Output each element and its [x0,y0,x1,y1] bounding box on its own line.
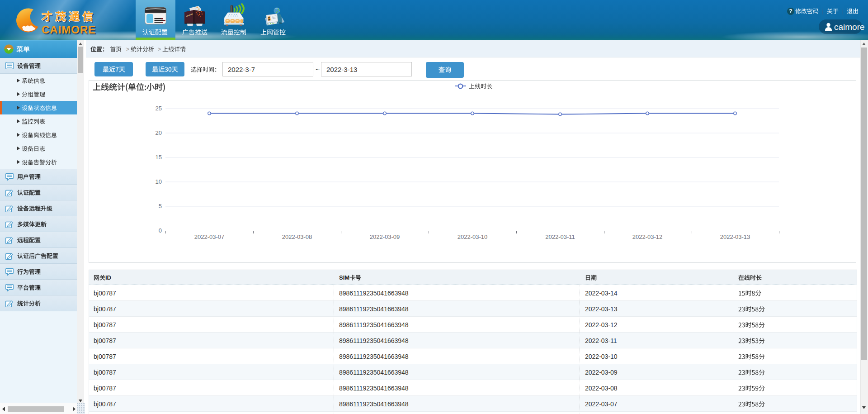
svg-text:2022-03-12: 2022-03-12 [632,233,663,240]
svg-text:2022-03-10: 2022-03-10 [458,233,488,240]
svg-text:2022-03-08: 2022-03-08 [282,233,312,240]
svg-text:15: 15 [156,154,162,161]
svg-text:2022-03-07: 2022-03-07 [194,233,225,240]
svg-text:2022-03-11: 2022-03-11 [545,233,575,240]
svg-text:20: 20 [156,129,162,136]
svg-text:2022-03-09: 2022-03-09 [370,233,400,240]
svg-text:0: 0 [159,227,162,234]
svg-text:5: 5 [159,203,162,209]
svg-text:10: 10 [156,178,162,185]
svg-text:25: 25 [156,105,162,112]
svg-text:2022-03-13: 2022-03-13 [720,233,750,240]
